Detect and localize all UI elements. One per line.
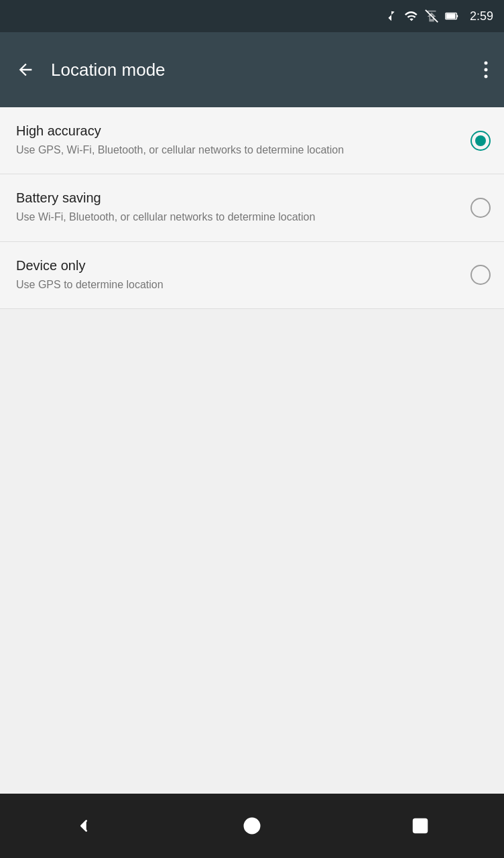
svg-rect-8: [414, 819, 427, 833]
svg-rect-2: [456, 15, 458, 17]
svg-point-7: [245, 818, 260, 834]
high-accuracy-radio[interactable]: [470, 131, 491, 151]
home-nav-icon: [242, 816, 262, 836]
device-only-option[interactable]: Device only Use GPS to determine locatio…: [0, 242, 504, 309]
device-only-radio[interactable]: [470, 265, 491, 285]
back-nav-icon: [74, 816, 94, 836]
high-accuracy-text: High accuracy Use GPS, Wi-Fi, Bluetooth,…: [16, 123, 470, 158]
home-nav-button[interactable]: [231, 805, 273, 847]
device-only-text: Device only Use GPS to determine locatio…: [16, 258, 470, 292]
svg-point-6: [485, 75, 488, 78]
back-nav-button[interactable]: [63, 805, 105, 847]
toolbar: Location mode: [0, 32, 504, 107]
recents-nav-icon: [410, 816, 430, 836]
content-area: High accuracy Use GPS, Wi-Fi, Bluetooth,…: [0, 107, 504, 794]
back-button[interactable]: [11, 55, 40, 84]
bluetooth-icon: [384, 9, 399, 23]
svg-point-4: [485, 62, 488, 65]
signal-icon: [424, 9, 439, 23]
more-icon: [484, 60, 488, 79]
high-accuracy-desc: Use GPS, Wi-Fi, Bluetooth, or cellular n…: [16, 143, 457, 158]
device-only-desc: Use GPS to determine location: [16, 278, 457, 292]
battery-saving-desc: Use Wi-Fi, Bluetooth, or cellular networ…: [16, 210, 457, 225]
battery-saving-option[interactable]: Battery saving Use Wi-Fi, Bluetooth, or …: [0, 174, 504, 241]
battery-saving-radio[interactable]: [470, 198, 491, 218]
toolbar-title: Location mode: [51, 60, 479, 80]
device-only-title: Device only: [16, 258, 457, 273]
nav-bar: [0, 794, 504, 858]
battery-saving-title: Battery saving: [16, 190, 457, 206]
svg-rect-3: [446, 13, 456, 18]
high-accuracy-option[interactable]: High accuracy Use GPS, Wi-Fi, Bluetooth,…: [0, 107, 504, 174]
battery-icon: [444, 9, 459, 23]
wifi-icon: [404, 9, 419, 23]
status-icons: 2:59: [384, 9, 493, 23]
high-accuracy-title: High accuracy: [16, 123, 457, 139]
recents-nav-button[interactable]: [399, 805, 441, 847]
empty-area: [0, 309, 504, 794]
status-bar: 2:59: [0, 0, 504, 32]
battery-saving-text: Battery saving Use Wi-Fi, Bluetooth, or …: [16, 190, 470, 225]
svg-point-5: [485, 68, 488, 72]
more-options-button[interactable]: [479, 55, 493, 84]
back-icon: [16, 60, 35, 79]
status-time: 2:59: [470, 9, 493, 23]
